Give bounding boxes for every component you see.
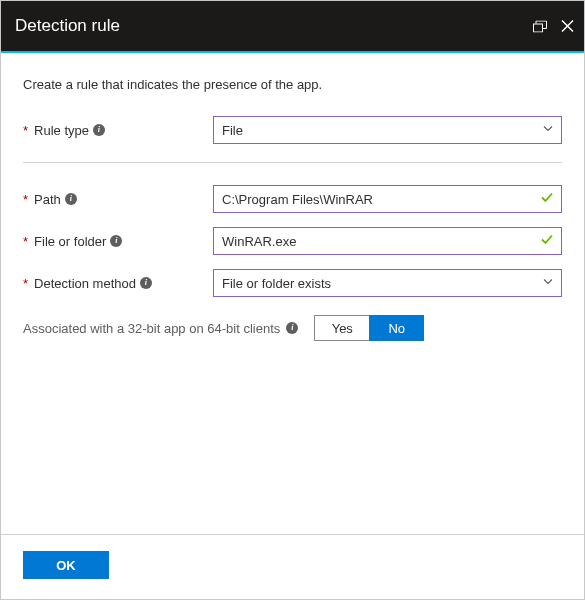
info-icon[interactable]: i <box>93 124 105 136</box>
info-icon[interactable]: i <box>65 193 77 205</box>
info-icon[interactable]: i <box>110 235 122 247</box>
rule-type-select[interactable]: File <box>213 116 562 144</box>
file-or-folder-value: WinRAR.exe <box>222 234 296 249</box>
window-controls <box>533 20 574 33</box>
restore-icon[interactable] <box>533 20 547 32</box>
description-text: Create a rule that indicates the presenc… <box>23 77 562 92</box>
detection-method-value: File or folder exists <box>222 276 331 291</box>
file-or-folder-label: File or folder <box>34 234 106 249</box>
required-marker: * <box>23 276 28 291</box>
path-value: C:\Program Files\WinRAR <box>222 192 373 207</box>
divider <box>23 162 562 163</box>
detection-rule-panel: Detection rule Create a rule that indica… <box>0 0 585 600</box>
rule-type-label: Rule type <box>34 123 89 138</box>
associated-label: Associated with a 32-bit app on 64-bit c… <box>23 321 280 336</box>
associated-toggle: Yes No <box>314 315 424 341</box>
detection-method-select[interactable]: File or folder exists <box>213 269 562 297</box>
path-row: * Path i C:\Program Files\WinRAR <box>23 181 562 217</box>
checkmark-icon <box>540 233 554 250</box>
info-icon[interactable]: i <box>140 277 152 289</box>
detection-method-row: * Detection method i File or folder exis… <box>23 265 562 301</box>
content-area: Create a rule that indicates the presenc… <box>1 53 584 534</box>
ok-button[interactable]: OK <box>23 551 109 579</box>
svg-rect-0 <box>534 24 543 32</box>
required-marker: * <box>23 192 28 207</box>
required-marker: * <box>23 123 28 138</box>
path-label: Path <box>34 192 61 207</box>
detection-method-label: Detection method <box>34 276 136 291</box>
titlebar: Detection rule <box>1 1 584 53</box>
path-input[interactable]: C:\Program Files\WinRAR <box>213 185 562 213</box>
checkmark-icon <box>540 191 554 208</box>
panel-title: Detection rule <box>15 16 120 36</box>
associated-no-button[interactable]: No <box>369 315 424 341</box>
file-or-folder-row: * File or folder i WinRAR.exe <box>23 223 562 259</box>
required-marker: * <box>23 234 28 249</box>
rule-type-value: File <box>222 123 243 138</box>
associated-yes-button[interactable]: Yes <box>314 315 369 341</box>
info-icon[interactable]: i <box>286 322 298 334</box>
footer: OK <box>1 534 584 599</box>
close-icon[interactable] <box>561 20 574 33</box>
rule-type-row: * Rule type i File <box>23 112 562 148</box>
associated-row: Associated with a 32-bit app on 64-bit c… <box>23 315 562 341</box>
file-or-folder-input[interactable]: WinRAR.exe <box>213 227 562 255</box>
